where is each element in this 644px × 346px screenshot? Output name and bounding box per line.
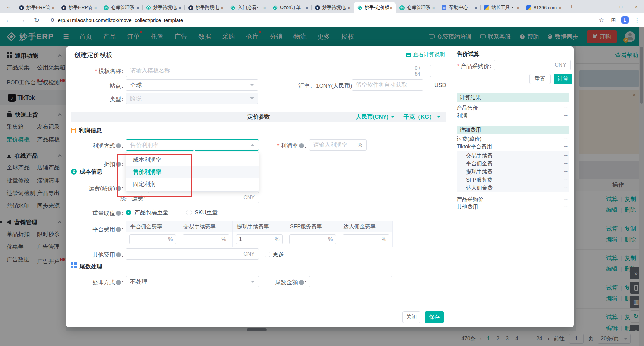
template-name-input[interactable]: 0 / 64 [126,65,431,77]
currency-select[interactable]: 人民币(CNY) [356,113,394,121]
tail-mode-select[interactable]: 不处理 [126,276,259,287]
site-settings-icon[interactable]: ⚙ [50,17,55,23]
tab-close-icon[interactable]: × [516,5,521,11]
window-minimize-button[interactable]: − [598,0,613,13]
browser-profile-avatar[interactable]: L [621,16,629,24]
calculate-button[interactable]: 计算 [554,74,572,84]
other-fee-input[interactable]: CNY [126,248,259,260]
detail-row: 产品采购价-- [457,196,569,203]
help-icon[interactable] [116,227,121,232]
save-button[interactable]: 保存 [425,311,444,323]
exchange-rate-label: 汇率 [255,82,312,90]
tab-close-icon[interactable]: × [389,5,394,11]
help-book-favicon: ▤ [441,5,447,10]
profit-section-title: 利润信息 [71,127,102,134]
browser-tab[interactable]: 仓仓库管理系× [396,2,438,13]
miaoshou-favicon: ◆ [19,5,24,10]
tab-close-icon[interactable]: × [473,5,478,11]
red-annotation-box [117,154,192,197]
browser-menu-icon[interactable]: ⋮ [632,15,642,25]
cost-circle-icon: ¥ [71,169,77,175]
browser-tab[interactable]: ◆妙手跨境电× [311,2,354,13]
browser-tab[interactable]: 仓仓库管理系× [100,2,142,13]
tail-amount-label: 尾数金额 [249,279,306,286]
url-text: erp.91miaoshou.com/tiktok/move_collect/p… [58,17,183,23]
tab-close-icon[interactable]: × [262,5,267,11]
miaoshou-favicon: ◆ [61,5,66,10]
result-row: 利润-- [457,112,569,119]
col-platform-commission: 平台佣金费率 [126,221,179,232]
browser-tab[interactable]: ◆妙手ERP管× [15,2,58,13]
tab-close-icon[interactable]: × [93,5,98,11]
browser-tab[interactable]: ◆妙手跨境电× [184,2,227,13]
browser-tab[interactable]: ◆妙手ERP管× [58,2,100,13]
tab-close-icon[interactable]: × [558,5,563,11]
transaction-fee-input[interactable]: % [183,234,229,244]
pricing-params-bar: 定价参数 人民币(CNY) 千克（KG） [71,112,446,122]
tab-close-icon[interactable]: × [51,5,56,11]
warehouse-favicon: 仓 [103,5,109,10]
tab-close-icon[interactable]: × [135,5,140,11]
exchange-rate-currency: USD [434,82,446,89]
browser-tab[interactable]: ▤帮助中心× [438,2,480,13]
browser-tab[interactable]: 妙手跨境电× [142,2,184,13]
creator-commission-input[interactable]: % [343,234,389,244]
browser-tab[interactable]: Ozon订单× [269,2,311,13]
window-maximize-button[interactable]: □ [613,0,629,13]
chinaz-favicon [526,5,531,10]
help-icon[interactable] [116,252,121,257]
chevron-down-icon [250,84,254,86]
freight-label: 运费(藏价) [66,185,123,192]
reset-button[interactable]: 重置 [529,74,551,84]
address-bar[interactable]: ⚙ erp.91miaoshou.com/tiktok/move_collect… [46,15,593,25]
tab-close-icon[interactable]: × [431,5,436,11]
forward-button[interactable]: → [17,14,28,26]
radio-sku-weight[interactable]: SKU重量 [186,209,218,216]
tab-search-chevron-icon[interactable]: ⌄ [3,1,14,12]
tab-close-icon[interactable]: × [304,5,309,11]
platform-commission-input[interactable]: % [129,234,176,244]
browser-tab[interactable]: 站长工具 -× [480,2,523,13]
browser-toolbar: ← → ↻ ⚙ erp.91miaoshou.com/tiktok/move_c… [0,13,644,27]
help-icon[interactable] [116,143,121,148]
help-icon[interactable] [116,211,121,216]
tab-close-icon[interactable]: × [220,5,225,11]
tab-close-icon[interactable]: × [346,5,352,11]
detail-sub-row: 交易手续费-- [457,152,569,159]
extensions-icon[interactable]: ⊞ [608,15,619,25]
close-button[interactable]: 关闭 [402,311,420,323]
bookmark-star-icon[interactable]: ☆ [596,15,606,25]
radio-package-weight[interactable]: 产品包裹重量 [126,209,168,216]
help-icon[interactable] [299,143,304,148]
view-calculation-help-link[interactable]: 查看计算说明 [406,51,445,58]
weight-unit-select[interactable]: 千克（KG） [404,113,441,121]
miaoshou-favicon [357,5,362,10]
browser-tab-active[interactable]: 妙手-定价模× [354,2,396,13]
profit-rate-input[interactable]: % [309,139,367,151]
site-select[interactable]: 全球 [126,79,258,91]
withdraw-fee-input[interactable]: % [236,234,283,244]
profit-mode-select[interactable]: 售价利润率 [126,139,259,151]
browser-tab[interactable]: 入门必看-× [227,2,269,13]
detail-row: Tiktok平台费用-- [457,143,569,150]
exchange-rate-input[interactable] [352,79,423,91]
tail-amount-input[interactable] [309,276,392,287]
window-close-button[interactable]: × [629,0,644,13]
browser-tab[interactable]: 81396.com× [523,2,565,13]
help-icon[interactable] [116,280,121,285]
reload-button[interactable]: ↻ [31,14,42,26]
profit-rate-label: 利润率 [249,142,306,150]
miaoshou-favicon [230,5,235,10]
new-tab-button[interactable]: + [567,2,576,12]
chevron-down-icon [391,116,395,118]
help-icon[interactable] [299,280,304,285]
sfp-fee-input[interactable]: % [289,234,336,244]
purchase-price-label: 产品采购价 [434,62,491,70]
purchase-price-input[interactable]: CNY [494,60,571,70]
back-button[interactable]: ← [3,14,14,26]
tab-close-icon[interactable]: × [177,5,182,11]
site-label: 站点 [66,82,123,90]
chinaz-favicon [484,5,489,10]
platform-fee-breakdown: 交易手续费-- 平台佣金费-- 提现手续费-- SFP服务费-- 达人佣金费-- [457,151,569,192]
more-checkbox[interactable]: 更多 [265,250,284,258]
